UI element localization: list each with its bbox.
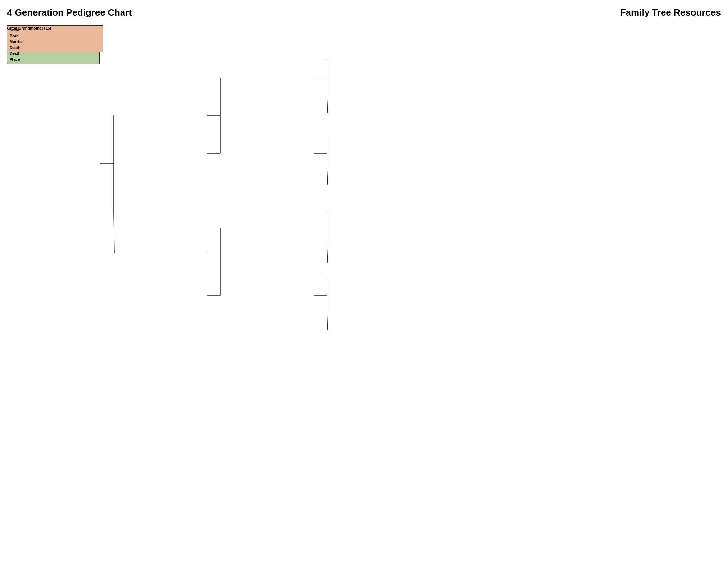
gen4-gg15-label: Great Grandmother (15) bbox=[7, 26, 51, 30]
svg-line-20 bbox=[327, 313, 328, 330]
svg-line-17 bbox=[327, 246, 328, 263]
svg-line-2 bbox=[114, 214, 114, 253]
pedigree-area: Name Birth Place Married Death Place You… bbox=[7, 25, 540, 399]
svg-line-11 bbox=[327, 96, 328, 113]
connector-lines bbox=[7, 25, 540, 399]
page-header: 4 Generation Pedigree Chart Family Tree … bbox=[7, 7, 721, 18]
sidebar-title: Family Tree Resources bbox=[620, 7, 721, 18]
page-title: 4 Generation Pedigree Chart bbox=[7, 7, 132, 18]
svg-line-14 bbox=[327, 168, 328, 185]
